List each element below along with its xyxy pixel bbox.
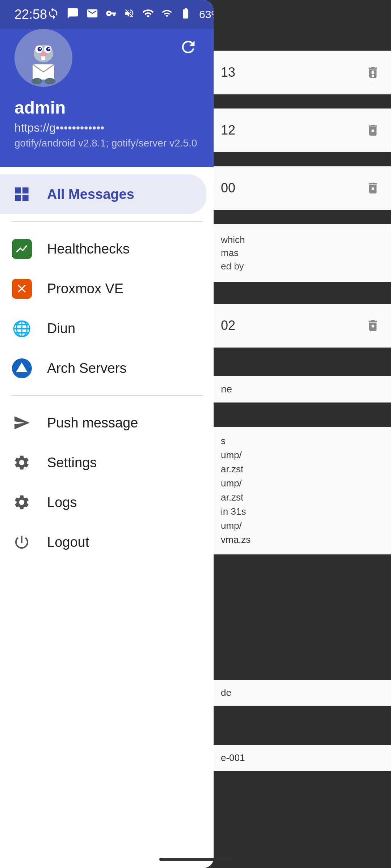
right-item-text-6: ne [221, 383, 232, 395]
avatar-image [14, 29, 72, 87]
muted-icon [124, 8, 135, 21]
push-message-label: Push message [47, 415, 138, 431]
menu-logout[interactable]: Logout [0, 522, 214, 562]
navigation-drawer: 22:58 [0, 0, 214, 868]
divider-2 [11, 395, 203, 396]
logout-label: Logout [47, 535, 89, 550]
svg-point-6 [51, 39, 60, 50]
menu-logs[interactable]: Logs [0, 482, 214, 522]
message-icon [67, 7, 79, 22]
diun-label: Diun [47, 321, 75, 336]
right-item-3: 00 [214, 166, 391, 210]
proxmox-icon [11, 278, 33, 299]
right-item-text-9: e-001 [221, 752, 245, 763]
arch-servers-label: Arch Servers [47, 361, 127, 376]
diun-icon: 🌐 [11, 318, 33, 339]
right-item-num-2: 12 [221, 123, 235, 138]
battery-icon [180, 7, 192, 22]
svg-point-20 [45, 78, 55, 85]
battery-percent: 63% [199, 8, 214, 21]
settings-icon [11, 452, 33, 473]
right-item-2: 12 [214, 109, 391, 152]
right-item-4: whichmased by [214, 224, 391, 282]
admin-url: https://g•••••••••••• [14, 121, 199, 135]
email-icon [86, 7, 98, 22]
logs-icon [11, 492, 33, 513]
arch-servers-icon [11, 357, 33, 379]
right-item-5: 02 [214, 304, 391, 348]
delete-button-3[interactable] [362, 177, 384, 199]
right-item-text-7: sump/ar.zstump/ar.zstin 31sump/vma.zs [221, 435, 251, 545]
logs-label: Logs [47, 495, 77, 510]
delete-button-5[interactable] [362, 315, 384, 336]
svg-point-13 [48, 48, 50, 50]
avatar [14, 29, 72, 87]
signal-icon [161, 8, 172, 21]
svg-point-14 [40, 52, 47, 57]
menu-diun[interactable]: 🌐 Diun [0, 309, 214, 348]
key-icon [106, 8, 117, 21]
svg-point-0 [372, 71, 374, 73]
settings-label: Settings [47, 455, 97, 471]
delete-button-2[interactable] [362, 119, 384, 141]
right-item-text-8: de [221, 687, 231, 698]
drawer-content: All Messages Healthchecks [0, 167, 214, 868]
right-item-text-4: whichmased by [221, 233, 245, 273]
admin-version: gotify/android v2.8.1; gotify/server v2.… [14, 137, 199, 149]
svg-point-5 [27, 39, 36, 50]
menu-push-message[interactable]: Push message [0, 403, 214, 443]
menu-all-messages[interactable]: All Messages [0, 174, 206, 214]
healthchecks-icon [11, 238, 33, 260]
menu-settings[interactable]: Settings [0, 443, 214, 482]
status-bar: 22:58 [0, 0, 214, 29]
sync-icon [47, 7, 59, 22]
svg-point-1 [372, 75, 374, 77]
proxmox-label: Proxmox VE [47, 281, 123, 297]
right-item-num-1: 13 [221, 65, 235, 80]
svg-point-19 [31, 78, 42, 85]
status-icons: 63% [47, 7, 214, 22]
time-display: 22:58 [14, 7, 47, 22]
svg-rect-15 [41, 56, 45, 60]
right-panel: 13 12 00 whichmased by 02 ne sump/ar.zst… [214, 29, 391, 868]
admin-username: admin [14, 98, 199, 118]
menu-healthchecks[interactable]: Healthchecks [0, 229, 214, 269]
right-item-num-5: 02 [221, 318, 235, 333]
menu-proxmox[interactable]: Proxmox VE [0, 269, 214, 309]
healthchecks-label: Healthchecks [47, 241, 130, 257]
menu-arch-servers[interactable]: Arch Servers [0, 348, 214, 388]
wifi-icon [142, 7, 154, 22]
svg-point-12 [39, 48, 41, 50]
refresh-button[interactable] [174, 33, 203, 61]
divider-1 [11, 221, 203, 222]
svg-point-2 [372, 79, 374, 81]
all-messages-label: All Messages [47, 187, 134, 202]
header-actions [174, 33, 203, 61]
logout-icon [11, 531, 33, 553]
more-options-button[interactable] [358, 61, 387, 90]
all-messages-icon [11, 183, 33, 205]
home-indicator [159, 858, 232, 861]
push-message-icon [11, 412, 33, 434]
right-item-num-3: 00 [221, 180, 235, 196]
